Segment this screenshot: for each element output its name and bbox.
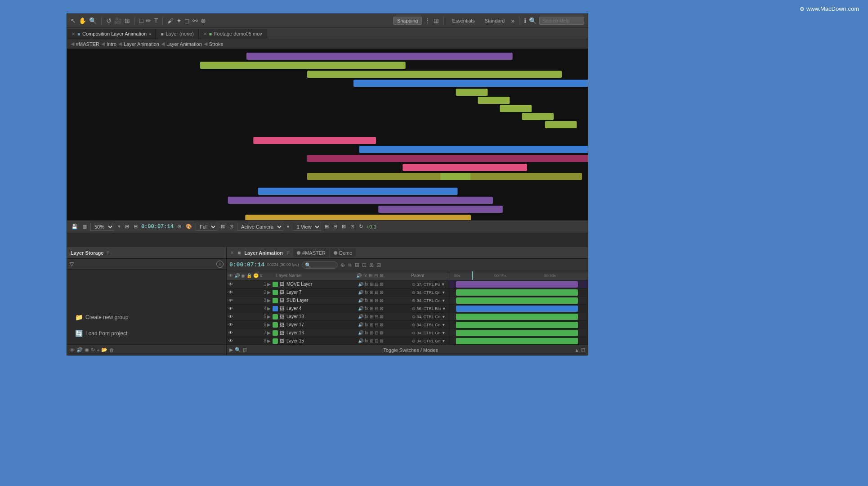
layer-sw-fx-6[interactable]: fx <box>365 322 368 327</box>
viewer-layermode-btn[interactable]: ⊟ <box>332 224 338 230</box>
camera-dropdown-arrow[interactable]: ▼ <box>286 225 290 229</box>
layer-sw-blend-8[interactable]: ⊞ <box>370 338 373 343</box>
layer-sw-3d-4[interactable]: ⊟ <box>375 306 378 311</box>
layer-sw-blend-6[interactable]: ⊞ <box>370 322 373 327</box>
layer-expand-3[interactable]: ▶ <box>266 298 272 303</box>
viewer-settings-btn[interactable]: ▥ <box>81 224 88 230</box>
layer-sw-3d-6[interactable]: ⊟ <box>375 322 378 327</box>
tl-solo-btn[interactable]: ⊕ <box>340 262 345 268</box>
tl-footer-more-btn[interactable]: ⊞ <box>243 347 247 353</box>
layer-parent-arrow-4[interactable]: ▼ <box>442 306 446 311</box>
tl-bar-1[interactable] <box>456 281 578 288</box>
storage-refresh-btn[interactable]: ↻ <box>91 347 95 353</box>
layer-vis-7[interactable]: 👁 <box>228 330 234 335</box>
tl-graph-btn[interactable]: ⊡ <box>362 262 367 268</box>
layer-parent-arrow-5[interactable]: ▼ <box>442 315 446 319</box>
storage-add-btn[interactable]: + <box>97 347 99 353</box>
expand-icon[interactable]: » <box>511 17 515 24</box>
tl-cache-btn[interactable]: ⊟ <box>376 262 381 268</box>
brush-tool-icon[interactable]: 🖌 <box>167 17 174 24</box>
layer-sw-mask-7[interactable]: ⊠ <box>380 330 383 335</box>
pen-tool-icon[interactable]: ✏ <box>146 17 151 24</box>
viewer-alpha-btn[interactable]: ⊠ <box>220 224 226 230</box>
eraser-icon[interactable]: ◻ <box>184 17 190 24</box>
rect-tool-icon[interactable]: □ <box>139 17 143 24</box>
zoom-select[interactable]: 50% <box>90 223 114 231</box>
tab-close-comp[interactable]: ✕ <box>72 32 75 36</box>
viewer-snap-btn[interactable]: ⊞ <box>324 224 330 230</box>
zoom-tool-icon[interactable]: 🔍 <box>89 17 97 24</box>
create-group-action[interactable]: 📁 Create new group <box>71 310 223 324</box>
layer-sw-blend-4[interactable]: ⊞ <box>370 306 373 311</box>
tl-bar-5[interactable] <box>456 314 578 320</box>
viewer-grid-btn[interactable]: ⊟ <box>133 224 139 230</box>
layer-sw-fx-4[interactable]: fx <box>365 306 368 311</box>
layer-expand-4[interactable]: ▶ <box>266 306 272 311</box>
timeline-menu-icon[interactable]: ≡ <box>286 250 290 256</box>
layer-sw-audio-2[interactable]: 🔊 <box>358 290 363 295</box>
tl-footer-zoom-btn[interactable]: ⊟ <box>581 347 585 353</box>
snapping-icon-2[interactable]: ⊞ <box>434 17 439 24</box>
layer-expand-7[interactable]: ▶ <box>266 330 272 335</box>
viewer-color-btn[interactable]: 🎨 <box>185 224 193 230</box>
storage-folder-btn[interactable]: 📂 <box>101 347 107 353</box>
tl-bar-3[interactable] <box>456 297 578 304</box>
storage-audio-btn[interactable]: 🔊 <box>76 347 83 353</box>
rotate-icon[interactable]: ↺ <box>106 17 112 24</box>
tab-more-comp[interactable]: ≡ <box>149 32 151 36</box>
essentials-button[interactable]: Essentials <box>448 17 478 24</box>
storage-solo-btn[interactable]: ◉ <box>85 347 89 353</box>
layer-vis-2[interactable]: 👁 <box>228 290 234 295</box>
viewer-sync-btn[interactable]: ⊛ <box>176 224 182 230</box>
layer-sw-audio-1[interactable]: 🔊 <box>358 282 363 287</box>
timeline-close-btn[interactable]: ✕ <box>230 250 234 255</box>
tab-close-footage[interactable]: ✕ <box>203 32 207 36</box>
filter-icon[interactable]: ▽ <box>70 261 74 267</box>
layer-expand-5[interactable]: ▶ <box>266 314 272 319</box>
camera-select[interactable]: Active Camera <box>237 223 283 231</box>
layer-sw-mask-8[interactable]: ⊠ <box>380 338 383 343</box>
layer-parent-arrow-6[interactable]: ▼ <box>442 323 446 327</box>
layer-parent-arrow-2[interactable]: ▼ <box>442 290 446 295</box>
layer-sw-3d-8[interactable]: ⊟ <box>375 338 378 343</box>
view-select[interactable]: 1 View <box>293 223 321 231</box>
breadcrumb-intro[interactable]: Intro <box>107 41 116 47</box>
load-from-project-action[interactable]: 🔄 Load from project <box>71 326 223 341</box>
layer-sw-audio-7[interactable]: 🔊 <box>358 330 363 335</box>
layer-sw-blend-3[interactable]: ⊞ <box>370 298 373 303</box>
layer-sw-audio-4[interactable]: 🔊 <box>358 306 363 311</box>
tl-motion-btn[interactable]: ⊠ <box>369 262 374 268</box>
layer-sw-3d-3[interactable]: ⊟ <box>375 298 378 303</box>
layer-sw-mask-4[interactable]: ⊠ <box>380 306 383 311</box>
layer-sw-3d-7[interactable]: ⊟ <box>375 330 378 335</box>
timeline-search-input[interactable] <box>302 261 338 269</box>
layer-sw-audio-6[interactable]: 🔊 <box>358 322 363 327</box>
tl-bar-7[interactable] <box>456 330 578 336</box>
info-btn[interactable]: i <box>216 261 224 268</box>
viewer-fit-btn[interactable]: ⊞ <box>124 224 130 230</box>
breadcrumb-stroke[interactable]: Stroke <box>209 41 224 47</box>
storage-delete-btn[interactable]: 🗑 <box>109 347 114 353</box>
layer-vis-4[interactable]: 👁 <box>228 306 234 311</box>
layer-sw-blend-5[interactable]: ⊞ <box>370 314 373 319</box>
layer-sw-fx-2[interactable]: fx <box>365 290 368 295</box>
layer-sw-blend-2[interactable]: ⊞ <box>370 290 373 295</box>
info-icon-toolbar[interactable]: ℹ <box>524 17 526 24</box>
breadcrumb-master[interactable]: #MASTER <box>76 41 99 47</box>
layer-expand-6[interactable]: ▶ <box>266 322 272 327</box>
layer-sw-fx-8[interactable]: fx <box>365 338 368 343</box>
layer-expand-8[interactable]: ▶ <box>266 338 272 343</box>
layer-sw-fx-5[interactable]: fx <box>365 314 368 319</box>
standard-button[interactable]: Standard <box>481 17 509 24</box>
camera-icon[interactable]: 🎥 <box>114 17 122 24</box>
snapping-icon-1[interactable]: ⋮ <box>425 17 431 24</box>
layer-sw-audio-3[interactable]: 🔊 <box>358 298 363 303</box>
layer-vis-5[interactable]: 👁 <box>228 314 234 319</box>
text-tool-icon[interactable]: T <box>154 17 158 24</box>
tl-footer-expand-btn[interactable]: ▶ <box>229 347 233 353</box>
layer-vis-6[interactable]: 👁 <box>228 322 234 327</box>
viewer-transparency-btn[interactable]: ⊡ <box>349 224 355 230</box>
tab-composition[interactable]: ✕ ■ Composition Layer Animation ≡ <box>67 29 156 39</box>
layer-expand-1[interactable]: ▶ <box>266 282 272 287</box>
tl-flow-btn[interactable]: ≋ <box>348 262 352 268</box>
